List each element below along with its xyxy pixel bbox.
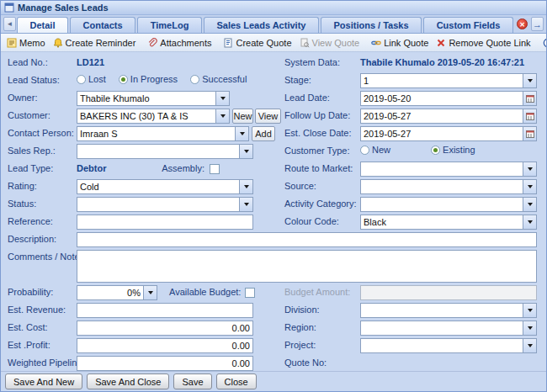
create-time-log-button[interactable]: Create Time Log (539, 36, 547, 50)
division-combobox[interactable] (360, 303, 537, 318)
tab-scroll-left-icon[interactable]: ◄ (3, 17, 16, 31)
calendar-icon[interactable] (523, 127, 536, 140)
remove-quote-link-button[interactable]: Remove Quote Link (433, 36, 534, 50)
customer-view-button[interactable]: View (255, 109, 281, 124)
rating-input[interactable] (77, 180, 239, 193)
create-reminder-button[interactable]: Create Reminder (50, 36, 140, 50)
tab-contacts[interactable]: Contacts (70, 17, 135, 33)
customer-type-existing-radio[interactable] (431, 146, 440, 155)
route-to-market-input[interactable] (361, 162, 523, 176)
budget-amount-input[interactable] (360, 285, 537, 300)
customer-combobox[interactable] (77, 109, 230, 124)
close-tab-icon[interactable]: ✕ (517, 19, 528, 29)
chevron-down-icon[interactable] (523, 74, 536, 87)
est-cost-label: Est. Cost: (8, 322, 75, 332)
region-combobox[interactable] (360, 320, 537, 336)
lead-status-successful-radio[interactable] (190, 75, 199, 84)
calendar-icon[interactable] (523, 92, 536, 105)
probability-combobox[interactable] (77, 285, 157, 300)
attachments-button[interactable]: Attachments (144, 36, 215, 50)
sales-rep-input[interactable] (77, 145, 239, 158)
link-quote-button[interactable]: Link Quote (368, 36, 432, 50)
chevron-down-icon[interactable] (523, 198, 536, 211)
colour-code-input[interactable] (361, 215, 523, 229)
rating-combobox[interactable] (77, 179, 253, 194)
probability-input[interactable] (77, 286, 143, 299)
view-quote-button[interactable]: View Quote (296, 36, 364, 50)
colour-code-combobox[interactable] (360, 215, 537, 230)
calendar-icon[interactable] (523, 109, 536, 123)
owner-combobox[interactable] (77, 91, 230, 106)
sales-rep-combobox[interactable] (77, 144, 253, 159)
region-input[interactable] (361, 321, 523, 335)
colour-code-label: Colour Code: (284, 216, 358, 226)
chevron-down-icon[interactable] (239, 198, 252, 211)
description-input[interactable] (77, 232, 537, 247)
tab-positions-tasks[interactable]: Positions / Tasks (321, 17, 422, 33)
est-close-date-field[interactable] (360, 126, 537, 141)
status-input[interactable] (77, 198, 239, 211)
tab-sales-leads-activity[interactable]: Sales Leads Activity (204, 17, 319, 33)
activity-category-combobox[interactable] (360, 197, 537, 212)
stage-input[interactable] (361, 74, 523, 87)
window-titlebar[interactable]: Manage Sales Leads (1, 1, 546, 15)
status-combobox[interactable] (77, 197, 253, 212)
save-and-close-button[interactable]: Save And Close (87, 373, 169, 389)
stage-combobox[interactable] (360, 73, 537, 88)
source-input[interactable] (361, 180, 523, 193)
contact-person-combobox[interactable] (77, 126, 249, 141)
source-combobox[interactable] (360, 179, 537, 194)
chevron-down-icon[interactable] (523, 339, 536, 352)
weighted-pipeline-input[interactable] (77, 356, 253, 371)
save-button[interactable]: Save (173, 373, 211, 389)
lead-status-in-progress-radio[interactable] (119, 75, 128, 84)
lead-date-field[interactable] (360, 91, 537, 106)
create-reminder-label: Create Reminder (66, 38, 136, 48)
owner-input[interactable] (77, 92, 215, 105)
chevron-down-icon[interactable] (235, 127, 248, 140)
chevron-down-icon[interactable] (523, 215, 536, 229)
lead-date-input[interactable] (361, 92, 523, 105)
route-to-market-combobox[interactable] (360, 162, 537, 177)
division-input[interactable] (361, 304, 523, 317)
chevron-down-icon[interactable] (523, 162, 536, 176)
chevron-down-icon[interactable] (215, 109, 229, 123)
customer-type-new-radio[interactable] (360, 146, 369, 155)
lead-type-value: Debtor (77, 163, 106, 173)
est-cost-input[interactable] (77, 320, 253, 336)
tab-custom-fields[interactable]: Custom Fields (423, 17, 513, 33)
assembly-checkbox[interactable] (210, 164, 220, 174)
tab-scroll-right-icon[interactable]: → (531, 17, 544, 31)
tab-timelog[interactable]: TimeLog (137, 17, 202, 33)
customer-input[interactable] (77, 109, 215, 123)
chevron-down-icon[interactable] (523, 321, 536, 335)
tab-detail[interactable]: Detail (17, 17, 68, 33)
chevron-down-icon[interactable] (143, 286, 157, 299)
est-revenue-input[interactable] (77, 303, 253, 318)
project-combobox[interactable] (360, 338, 537, 353)
chevron-down-icon[interactable] (523, 304, 536, 317)
est-close-date-input[interactable] (361, 127, 523, 140)
chevron-down-icon[interactable] (523, 180, 536, 193)
follow-up-date-input[interactable] (361, 109, 523, 123)
customer-new-button[interactable]: New (232, 109, 253, 124)
contact-add-button[interactable]: Add (252, 126, 275, 141)
sales-rep-label: Sales Rep.: (8, 146, 75, 156)
close-button[interactable]: Close (216, 373, 257, 389)
comments-notes-textarea[interactable] (77, 250, 537, 283)
lead-status-lost-radio[interactable] (77, 75, 86, 84)
customer-type-new-label: New (372, 145, 390, 155)
activity-category-input[interactable] (361, 198, 523, 211)
available-budget-checkbox[interactable] (245, 288, 255, 298)
save-and-new-button[interactable]: Save And New (5, 373, 82, 389)
reference-input[interactable] (77, 215, 253, 230)
memo-button[interactable]: Memo (3, 36, 49, 50)
contact-person-input[interactable] (77, 127, 235, 140)
chevron-down-icon[interactable] (239, 145, 252, 158)
est-profit-input[interactable] (77, 338, 253, 353)
follow-up-date-field[interactable] (360, 109, 537, 124)
project-input[interactable] (361, 339, 523, 352)
chevron-down-icon[interactable] (215, 92, 229, 105)
chevron-down-icon[interactable] (239, 180, 252, 193)
create-quote-button[interactable]: Create Quote (220, 36, 295, 50)
